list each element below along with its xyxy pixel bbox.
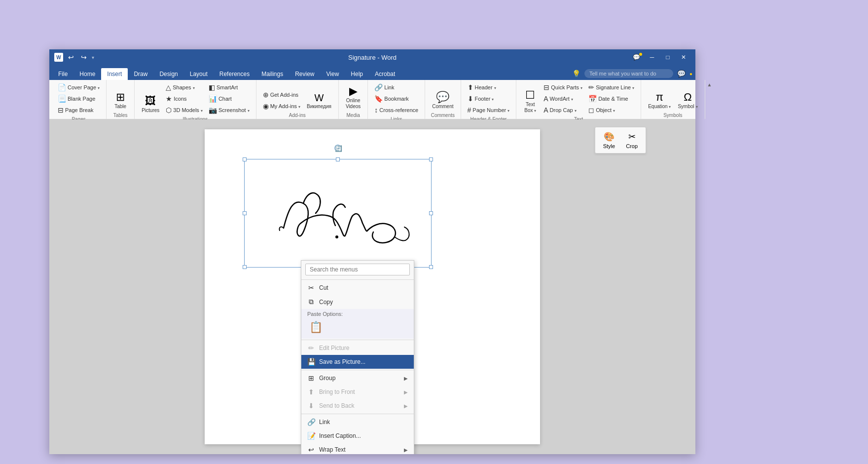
crop-icon: ✂	[628, 131, 636, 142]
3d-models-button[interactable]: ⬡ 3D Models ▾	[163, 105, 205, 116]
drop-cap-button[interactable]: A Drop Cap ▾	[541, 105, 585, 116]
tab-design[interactable]: Design	[153, 68, 183, 80]
handle-middle-left[interactable]	[243, 211, 247, 215]
group-menu-item[interactable]: ⊞ Group ▶	[301, 371, 414, 385]
comment-button[interactable]: 💬	[629, 52, 643, 63]
handle-middle-right[interactable]	[429, 211, 433, 215]
online-videos-button[interactable]: ▶ OnlineVideos	[343, 84, 363, 112]
wikipedia-button[interactable]: W Википедия	[304, 91, 334, 112]
maximize-button[interactable]: □	[661, 52, 675, 63]
ribbon-group-pages: 📄 Cover Page ▾ 📃 Blank Page ⊟ Page Break…	[51, 80, 107, 119]
signature-image	[245, 159, 431, 267]
divider-1	[301, 279, 414, 280]
tab-review[interactable]: Review	[289, 68, 320, 80]
table-button[interactable]: ⊞ Table	[110, 90, 130, 112]
handle-top-right[interactable]	[429, 157, 433, 161]
shapes-icon: △	[166, 83, 171, 91]
pictures-icon: 🖼	[145, 96, 156, 107]
screenshot-button[interactable]: 📷 Screenshot ▾	[206, 105, 252, 116]
wrap-text-menu-item[interactable]: ↩ Wrap Text ▶	[301, 443, 414, 454]
edit-picture-menu-item: ✏ Edit Picture	[301, 341, 414, 355]
quick-parts-button[interactable]: ⊟ Quick Parts ▾	[541, 82, 585, 93]
shapes-button[interactable]: △ Shapes ▾	[163, 82, 205, 93]
text-box-button[interactable]: ☐ TextBox ▾	[520, 88, 540, 116]
divider-3	[301, 370, 414, 370]
signature-line-button[interactable]: ✏ Signature Line ▾	[586, 82, 637, 93]
tab-file[interactable]: File	[52, 68, 73, 80]
undo-button[interactable]: ↩	[66, 52, 76, 62]
crop-button[interactable]: ✂ Crop	[622, 129, 642, 151]
tab-references[interactable]: References	[214, 68, 255, 80]
ribbon-group-comments: 💬 Comment Comments	[425, 80, 461, 119]
search-menus-input[interactable]	[305, 264, 410, 275]
link-button[interactable]: 🔗 Link	[372, 82, 421, 93]
blank-page-button[interactable]: 📃 Blank Page	[55, 93, 102, 104]
text-col: ⊟ Quick Parts ▾ A WordArt ▾ A Drop Cap ▾	[541, 82, 585, 116]
pictures-button[interactable]: 🖼 Pictures	[139, 94, 162, 116]
comment-button[interactable]: 💬 Comment	[429, 90, 456, 112]
bookmark-button[interactable]: 🔖 Bookmark	[372, 93, 421, 104]
quick-access-arrow[interactable]: ▾	[92, 55, 94, 60]
handle-bottom-right[interactable]	[429, 265, 433, 269]
chart-button[interactable]: 📊 Chart	[206, 93, 252, 104]
tell-me-input[interactable]	[584, 69, 673, 78]
equation-button[interactable]: π Equation ▾	[645, 90, 674, 112]
tab-help[interactable]: Help	[345, 68, 369, 80]
wordart-button[interactable]: A WordArt ▾	[541, 93, 585, 104]
screenshot-icon: 📷	[209, 106, 217, 114]
tab-insert[interactable]: Insert	[101, 68, 128, 80]
paste-label: Paste Options:	[307, 311, 408, 317]
cover-page-button[interactable]: 📄 Cover Page ▾	[55, 82, 102, 93]
header-button[interactable]: ⬆ Header ▾	[465, 82, 512, 93]
minimize-button[interactable]: ─	[645, 52, 659, 63]
rotate-handle[interactable]: 🔄	[334, 145, 341, 152]
style-button[interactable]: 🎨 Style	[599, 129, 619, 151]
bookmark-icon: 🔖	[374, 95, 383, 103]
links-items: 🔗 Link 🔖 Bookmark ↕ Cross-reference	[372, 82, 421, 116]
group-arrow: ▶	[404, 376, 408, 381]
image-container[interactable]: 🔄	[244, 159, 432, 268]
redo-button[interactable]: ↪	[79, 52, 89, 62]
send-to-back-label: Send to Back	[319, 402, 354, 409]
tab-draw[interactable]: Draw	[128, 68, 153, 80]
handle-top-left[interactable]	[243, 157, 247, 161]
icons-button[interactable]: ★ Icons	[163, 93, 205, 104]
ribbon-collapse-button[interactable]: ▲	[705, 80, 714, 119]
get-addins-button[interactable]: ⊕ Get Add-ins	[260, 89, 303, 100]
my-addins-icon: ◉	[263, 102, 269, 110]
cross-reference-button[interactable]: ↕ Cross-reference	[372, 105, 421, 116]
copy-menu-item[interactable]: ⧉ Copy	[301, 295, 414, 309]
divider-2	[301, 340, 414, 340]
tab-view[interactable]: View	[321, 68, 345, 80]
paste-icon[interactable]: 📋	[307, 319, 325, 336]
page-break-button[interactable]: ⊟ Page Break	[55, 105, 102, 116]
page-number-button[interactable]: # Page Number ▾	[465, 105, 512, 116]
close-button[interactable]: ✕	[677, 52, 690, 63]
link-menu-item[interactable]: 🔗 Link	[301, 415, 414, 429]
wrap-text-icon: ↩	[307, 446, 315, 454]
date-time-button[interactable]: 📅 Date & Time	[586, 93, 637, 104]
tables-items: ⊞ Table	[110, 82, 130, 112]
my-addins-button[interactable]: ◉ My Add-ins ▾	[260, 101, 303, 112]
tab-mailings[interactable]: Mailings	[255, 68, 289, 80]
symbol-button[interactable]: Ω Symbol ▾	[675, 90, 700, 112]
bring-to-front-label: Bring to Front	[319, 388, 355, 395]
title-bar-controls: 💬 ─ □ ✕	[629, 52, 690, 63]
tab-acrobat[interactable]: Acrobat	[369, 68, 401, 80]
smartart-button[interactable]: ◧ SmartArt	[206, 82, 252, 93]
handle-top-middle[interactable]	[336, 157, 340, 161]
tab-home[interactable]: Home	[73, 68, 101, 80]
addins-label: Add-ins	[289, 112, 306, 118]
object-icon: ◻	[588, 106, 594, 114]
tab-layout[interactable]: Layout	[184, 68, 214, 80]
window-title: Signature - Word	[348, 54, 397, 61]
picture-format-bar: 🎨 Style ✂ Crop	[595, 127, 646, 154]
comment-icon[interactable]: 💬	[677, 70, 686, 77]
cut-menu-item[interactable]: ✂ Cut	[301, 281, 414, 295]
object-button[interactable]: ◻ Object ▾	[586, 105, 637, 116]
send-to-back-menu-item: ⬇ Send to Back ▶	[301, 399, 414, 413]
insert-caption-menu-item[interactable]: 📝 Insert Caption...	[301, 429, 414, 443]
save-as-picture-menu-item[interactable]: 💾 Save as Picture...	[301, 355, 414, 369]
footer-button[interactable]: ⬇ Footer ▾	[465, 93, 512, 104]
handle-bottom-left[interactable]	[243, 265, 247, 269]
